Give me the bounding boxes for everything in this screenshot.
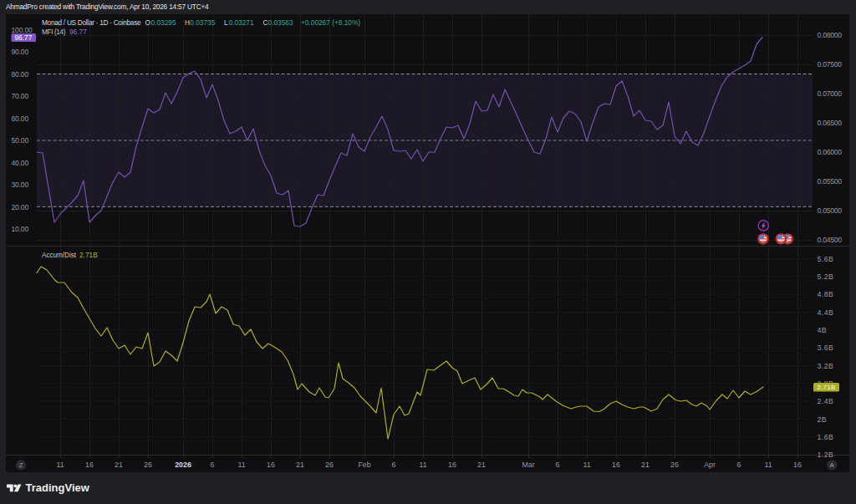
- svg-text:11: 11: [56, 461, 64, 469]
- svg-text:26: 26: [670, 461, 679, 469]
- svg-text:3.6B: 3.6B: [818, 344, 834, 352]
- svg-text:O: O: [145, 18, 151, 27]
- svg-text:2.71B: 2.71B: [818, 384, 836, 391]
- svg-text:Accum/Dist: Accum/Dist: [42, 251, 77, 259]
- svg-text:0.07000: 0.07000: [818, 89, 843, 98]
- svg-text:4.8B: 4.8B: [818, 290, 834, 298]
- svg-text:20.00: 20.00: [12, 203, 29, 211]
- svg-text:0.06000: 0.06000: [818, 148, 843, 156]
- svg-text:4.4B: 4.4B: [818, 308, 834, 317]
- svg-text:11: 11: [583, 461, 590, 469]
- svg-text:6: 6: [556, 461, 560, 469]
- svg-text:Monad / US Dollar · 1D · Coinb: Monad / US Dollar · 1D · Coinbase: [42, 18, 141, 27]
- svg-text:11: 11: [764, 461, 772, 469]
- svg-text:2.4B: 2.4B: [818, 397, 834, 405]
- svg-text:60.00: 60.00: [12, 115, 29, 123]
- svg-text:TradingView: TradingView: [26, 481, 90, 494]
- svg-text:10.00: 10.00: [12, 225, 29, 233]
- svg-text:50.00: 50.00: [12, 136, 29, 145]
- svg-text:0.05500: 0.05500: [818, 177, 843, 186]
- svg-text:16: 16: [448, 461, 456, 469]
- svg-text:40.00: 40.00: [12, 159, 29, 167]
- svg-text:Z: Z: [19, 461, 23, 469]
- svg-text:21: 21: [641, 461, 650, 469]
- svg-text:16: 16: [612, 461, 620, 469]
- svg-text:16: 16: [793, 461, 802, 469]
- svg-text:30.00: 30.00: [12, 181, 29, 189]
- svg-text:26: 26: [325, 461, 334, 469]
- svg-text:1.6B: 1.6B: [818, 433, 834, 441]
- svg-text:3.2B: 3.2B: [818, 362, 834, 370]
- svg-text:0.08000: 0.08000: [818, 31, 843, 39]
- svg-text:0.07500: 0.07500: [818, 60, 843, 69]
- svg-text:21: 21: [296, 461, 304, 469]
- svg-text:2026: 2026: [175, 461, 191, 469]
- svg-text:MFI (14): MFI (14): [42, 28, 66, 36]
- svg-text:21: 21: [115, 461, 123, 469]
- svg-text:6: 6: [737, 461, 741, 469]
- svg-text:80.00: 80.00: [12, 70, 29, 79]
- svg-text:5.6B: 5.6B: [818, 255, 834, 263]
- svg-text:6: 6: [392, 461, 396, 469]
- svg-text:26: 26: [144, 461, 152, 469]
- svg-text:11: 11: [237, 461, 245, 469]
- svg-text:L: L: [224, 18, 228, 27]
- svg-text:0.05000: 0.05000: [818, 206, 843, 215]
- svg-text:90.00: 90.00: [12, 48, 29, 56]
- svg-text:96.77: 96.77: [69, 28, 87, 36]
- svg-text:A: A: [830, 461, 834, 469]
- svg-text:0.04500: 0.04500: [818, 236, 843, 244]
- svg-text:16: 16: [85, 461, 94, 469]
- svg-text:+0.00267 (+8.10%): +0.00267 (+8.10%): [301, 18, 360, 27]
- svg-text:AhmadPro created with TradingV: AhmadPro created with TradingView.com, A…: [6, 3, 209, 11]
- svg-text:2B: 2B: [818, 415, 828, 424]
- svg-text:0.03295: 0.03295: [151, 18, 176, 27]
- svg-text:1.2B: 1.2B: [818, 451, 834, 459]
- svg-text:21: 21: [477, 461, 486, 469]
- svg-text:16: 16: [267, 461, 275, 469]
- svg-text:11: 11: [419, 461, 426, 469]
- svg-text:0.03735: 0.03735: [190, 18, 215, 27]
- svg-text:6: 6: [211, 461, 215, 469]
- svg-text:0.06500: 0.06500: [818, 119, 843, 127]
- svg-text:Mar: Mar: [522, 461, 534, 469]
- svg-text:70.00: 70.00: [12, 92, 29, 100]
- svg-text:96.77: 96.77: [15, 33, 33, 42]
- svg-text:Apr: Apr: [704, 461, 716, 469]
- svg-text:2.71B: 2.71B: [79, 251, 98, 259]
- svg-text:Feb: Feb: [358, 461, 370, 469]
- svg-text:0.03563: 0.03563: [268, 18, 293, 27]
- svg-text:5.2B: 5.2B: [818, 272, 834, 281]
- svg-text:4B: 4B: [818, 326, 828, 334]
- svg-text:0.03271: 0.03271: [229, 18, 254, 27]
- svg-text:H: H: [185, 18, 190, 27]
